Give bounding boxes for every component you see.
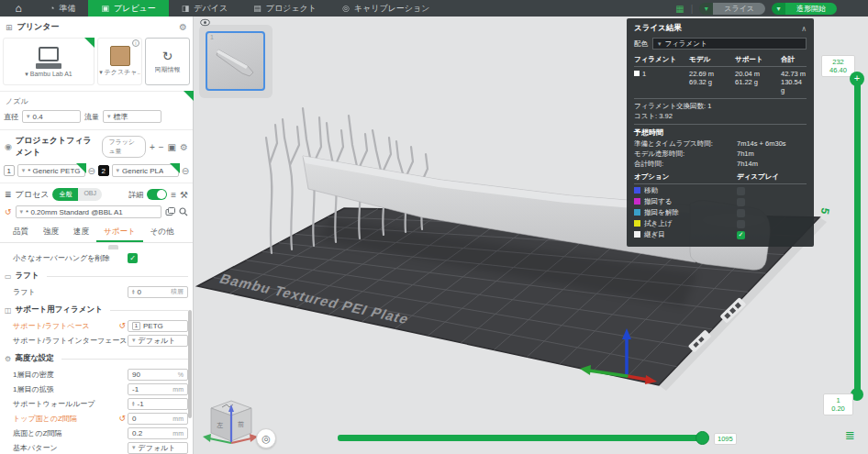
tab-device-label: デバイス xyxy=(194,3,228,15)
support-base-filament-select[interactable]: 1 PETG xyxy=(128,320,188,332)
raft-layers-input[interactable]: ▴▾ 0積層 xyxy=(128,286,188,298)
tab-strength[interactable]: 強度 xyxy=(36,223,66,242)
add-filament-icon[interactable]: + xyxy=(150,142,155,152)
settings-scroll-area[interactable]: 小さなオーバーハングを削除 ✓ ▭ ラフト ラフト ▴▾ 0積層 ◫ サポート用… xyxy=(0,243,193,454)
tab-support[interactable]: サポート xyxy=(96,223,143,242)
process-mode-switch[interactable]: 全般 OBJ xyxy=(52,188,102,201)
filament-settings-gear-icon[interactable]: ⚙ xyxy=(180,142,188,152)
preset-list-icon[interactable]: ≡ xyxy=(171,190,176,200)
chevron-down-icon: ▾ xyxy=(107,113,111,120)
printer-settings-gear-icon[interactable]: ⚙ xyxy=(179,22,187,32)
slice-button-label: スライス xyxy=(713,3,765,15)
travel-display-checkbox[interactable] xyxy=(737,187,745,195)
filament-2-select[interactable]: ▾Generic PLA xyxy=(112,164,179,177)
first-layer-density-input[interactable]: 90% xyxy=(128,369,188,381)
print-button[interactable]: ▾ 造形開始 xyxy=(772,3,837,15)
remove-small-overhangs-checkbox[interactable]: ✓ xyxy=(128,253,138,263)
setting-label: 1層目の密度 xyxy=(13,370,128,380)
print-dropdown-chevron[interactable]: ▾ xyxy=(772,3,785,15)
printer-section-icon: ⊞ xyxy=(6,23,13,32)
build-plate-card[interactable]: i ▾ テクスチャ… xyxy=(97,38,142,85)
filament-2-delete-icon[interactable]: ⊖ xyxy=(182,166,189,176)
layers-icon[interactable]: ≣ xyxy=(845,428,855,442)
bottom-z-distance-input[interactable]: 0.2mm xyxy=(128,427,188,439)
tab-calibration[interactable]: ◎ キャリブレーション xyxy=(329,0,443,17)
printer-name: Bambu Lab A1 xyxy=(30,71,72,77)
retract-display-checkbox[interactable] xyxy=(737,198,745,206)
process-preset-select[interactable]: ▾ * 0.20mm Standard @BBL A1 xyxy=(16,205,161,218)
advanced-settings-icon: ⚙ xyxy=(5,355,11,363)
flow-select[interactable]: ▾ 標準 xyxy=(103,110,161,123)
filament-1-modified-corner xyxy=(76,163,86,173)
plate-thumbnail-selected[interactable]: 1 xyxy=(206,31,265,91)
layer-range-slider[interactable] xyxy=(854,79,861,396)
orbit-view-button[interactable]: ◎ xyxy=(256,428,276,448)
mode-objects[interactable]: OBJ xyxy=(78,188,102,201)
step-slider-handle[interactable] xyxy=(696,431,709,445)
filament-1-select[interactable]: ▾* Generic PETG xyxy=(17,164,85,177)
nozzle-diameter-label: 直径 xyxy=(4,112,18,122)
plate-info-icon[interactable]: i xyxy=(132,39,139,47)
chevron-down-icon: ▾ xyxy=(658,40,662,48)
search-preset-icon[interactable] xyxy=(179,207,188,216)
options-title: オプション xyxy=(634,172,737,182)
step-slider[interactable] xyxy=(338,435,707,441)
mode-global[interactable]: 全般 xyxy=(52,188,78,201)
preview-icon: ▣ xyxy=(101,4,109,13)
support-interface-filament-select[interactable]: ▾ デフォルト xyxy=(128,335,188,347)
slice-dropdown-chevron[interactable]: ▾ xyxy=(699,3,713,15)
setting-row: サポートウォールループ ▴▾ -1 xyxy=(5,397,188,410)
layer-slider-top-handle[interactable]: + xyxy=(850,72,864,86)
advanced-toggle[interactable] xyxy=(147,189,167,200)
tab-preview[interactable]: ▣ プレビュー xyxy=(88,0,168,17)
sync-info-button[interactable]: ↻ 同期情報 xyxy=(145,38,190,85)
collapse-panel-icon[interactable]: ∧ xyxy=(801,25,807,33)
reset-value-icon[interactable]: ↺ xyxy=(118,321,126,330)
spinner-arrows-icon[interactable]: ▴▾ xyxy=(132,289,135,294)
slice-button[interactable]: ▾ スライス xyxy=(699,3,765,15)
compare-preset-icon[interactable] xyxy=(165,207,175,216)
flush-volume-button[interactable]: フラッシュ量 xyxy=(102,136,146,158)
setting-label: 小さなオーバーハングを削除 xyxy=(13,253,128,263)
preset-reset-icon[interactable]: ↺ xyxy=(5,207,12,216)
tab-others[interactable]: その他 xyxy=(143,223,182,242)
tab-project[interactable]: ▤ プロジェクト xyxy=(240,0,329,17)
parameter-tools-icon[interactable]: ⚒ xyxy=(180,190,188,200)
reset-value-icon[interactable]: ↺ xyxy=(118,414,126,423)
ams-icon[interactable]: ▣ xyxy=(168,142,176,152)
slice-result-panel: スライス結果 ∧ 配色 ▾ フィラメント フィラメント モデル サポート 合計 … xyxy=(627,18,814,247)
base-pattern-select[interactable]: ▾ デフォルト xyxy=(128,442,188,454)
col-filament: フィラメント xyxy=(634,53,689,67)
filament-1-delete-icon[interactable]: ⊖ xyxy=(88,166,95,176)
remove-filament-icon[interactable]: − xyxy=(159,142,164,152)
wipe-display-checkbox[interactable] xyxy=(737,220,745,228)
unretract-display-checkbox[interactable] xyxy=(737,209,745,217)
first-layer-expansion-input[interactable]: -1mm xyxy=(128,383,188,395)
project-icon: ▤ xyxy=(253,4,262,13)
chevron-down-icon: ▾ xyxy=(27,113,30,120)
spinner-arrows-icon[interactable]: ▴▾ xyxy=(132,401,135,406)
tab-device[interactable]: ◨ デバイス xyxy=(169,0,240,17)
tab-prepare[interactable]: ◔ 準備 xyxy=(37,0,88,17)
nozzle-diameter-select[interactable]: ▾ 0.4 xyxy=(22,110,81,123)
seam-display-checkbox[interactable]: ✓ xyxy=(737,231,745,239)
tab-speed[interactable]: 速度 xyxy=(66,223,96,242)
group-label: 高度な設定 xyxy=(15,353,54,364)
group-label: サポート用フィラメント xyxy=(16,305,103,316)
plate-settings-icon[interactable]: ▦ xyxy=(675,4,684,14)
process-section-icon: ≣ xyxy=(5,190,12,199)
setting-label: 基本パターン xyxy=(13,443,128,453)
setting-row: 1層目の密度 90% xyxy=(5,368,188,381)
tab-quality[interactable]: 品質 xyxy=(6,223,36,242)
color-scheme-select[interactable]: ▾ フィラメント xyxy=(652,38,807,50)
wipe-color-swatch xyxy=(634,220,640,227)
top-z-distance-input[interactable]: 0mm xyxy=(128,413,188,425)
settings-scrollbar[interactable] xyxy=(188,310,192,418)
table-row-support: 20.04 m61.22 g xyxy=(735,68,781,95)
home-icon[interactable]: ⌂ xyxy=(0,0,37,17)
support-wall-loops-input[interactable]: ▴▾ -1 xyxy=(128,398,188,410)
printer-card[interactable]: ▾ Bambu Lab A1 xyxy=(3,38,95,85)
plate-thumbnail-index: 1 xyxy=(210,34,214,40)
option-row-seam: 継ぎ目 ✓ xyxy=(634,230,807,239)
eye-icon[interactable] xyxy=(200,18,210,28)
